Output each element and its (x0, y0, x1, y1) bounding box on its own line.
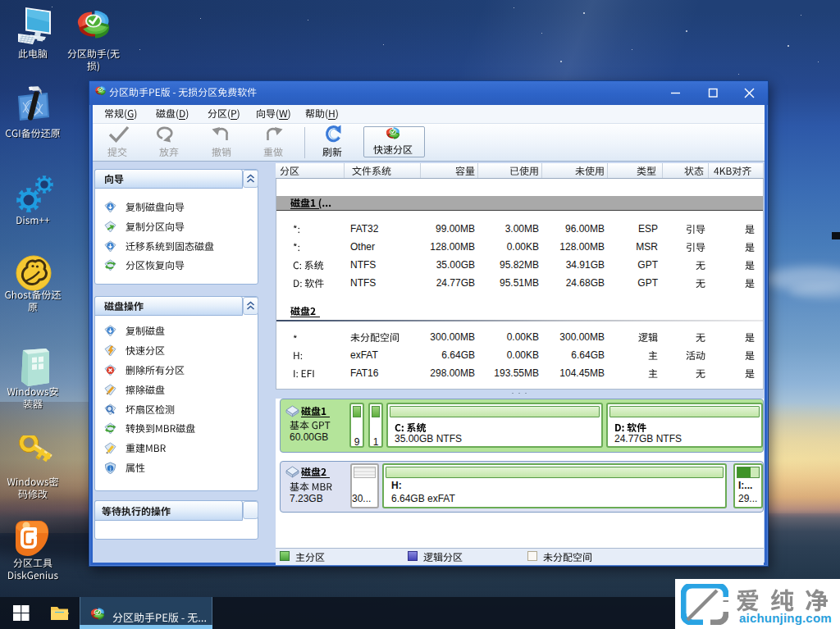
svg-text:i: i (109, 465, 111, 472)
